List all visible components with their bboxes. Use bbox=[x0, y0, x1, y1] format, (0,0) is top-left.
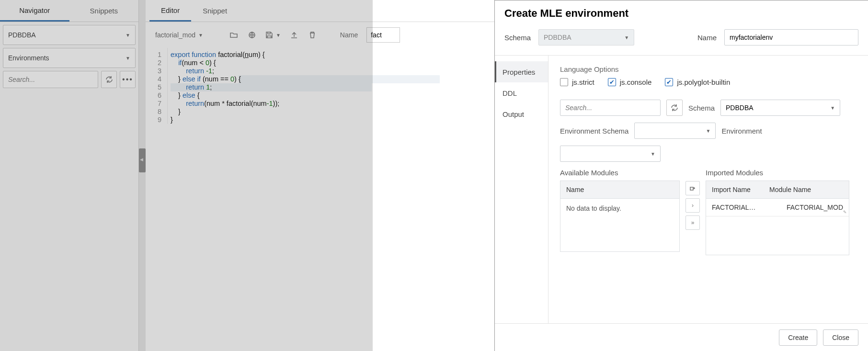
group-select[interactable]: Environments ▼ bbox=[3, 48, 136, 68]
module-refresh-button[interactable] bbox=[666, 100, 683, 116]
env-label: Environment bbox=[721, 127, 762, 135]
open-button[interactable] bbox=[229, 30, 239, 40]
trash-icon bbox=[308, 31, 316, 39]
imported-modules-label: Imported Modules bbox=[706, 169, 849, 177]
splitter[interactable] bbox=[139, 0, 146, 351]
shuttle-add-button[interactable] bbox=[685, 181, 700, 195]
name-label: Name bbox=[340, 31, 358, 39]
env-select[interactable]: ▼ bbox=[560, 146, 661, 162]
schema-select[interactable]: PDBDBA ▼ bbox=[3, 25, 136, 45]
tab-navigator[interactable]: Navigator bbox=[0, 0, 69, 22]
edit-icon: ✎ bbox=[843, 210, 847, 215]
gutter: 123456789 bbox=[146, 48, 168, 124]
col-import-name: Import Name bbox=[706, 181, 764, 198]
create-button[interactable]: Create bbox=[779, 329, 817, 346]
splitter-handle[interactable] bbox=[139, 148, 146, 172]
add-icon bbox=[689, 184, 697, 192]
close-button[interactable]: Close bbox=[823, 329, 858, 346]
save-icon bbox=[265, 31, 273, 39]
dialog-schema-value: PDBDBA bbox=[544, 34, 571, 41]
refresh-icon bbox=[671, 104, 678, 112]
chevron-down-icon: ▼ bbox=[830, 105, 835, 111]
tab-snippets[interactable]: Snippets bbox=[69, 0, 139, 22]
chevron-down-icon: ▼ bbox=[126, 56, 130, 61]
tab-ddl[interactable]: DDL bbox=[495, 82, 548, 103]
lang-options-label: Language Options bbox=[560, 65, 857, 73]
schema-label: Schema bbox=[504, 34, 531, 42]
cell-import-name: FACTORIAL_M... bbox=[706, 199, 764, 216]
checkbox-icon bbox=[560, 78, 568, 86]
more-icon: ••• bbox=[122, 75, 133, 84]
chevron-down-icon: ▼ bbox=[706, 128, 711, 134]
tab-properties[interactable]: Properties bbox=[495, 61, 548, 82]
tab-output[interactable]: Output bbox=[495, 103, 548, 125]
cell-module-name: FACTORIAL_MOD✎ bbox=[764, 199, 849, 216]
module-search-input[interactable] bbox=[560, 100, 661, 116]
globe-icon bbox=[248, 31, 256, 39]
env-schema-label: Environment Schema bbox=[560, 127, 628, 135]
file-name: factorial_mod bbox=[155, 31, 195, 39]
dialog-schema-select[interactable]: PDBDBA ▼ bbox=[538, 29, 634, 45]
save-button[interactable]: ▼ bbox=[265, 31, 281, 39]
col-module-name: Module Name bbox=[764, 181, 849, 198]
upload-icon bbox=[290, 31, 298, 39]
compile-button[interactable] bbox=[247, 30, 257, 40]
folder-icon bbox=[230, 31, 238, 39]
table-row[interactable]: FACTORIAL_M... FACTORIAL_MOD✎ bbox=[706, 199, 849, 216]
dialog-name-input[interactable] bbox=[724, 29, 858, 45]
tab-snippet[interactable]: Snippet bbox=[191, 0, 239, 22]
imported-modules-grid: Import Name Module Name FACTORIAL_M... F… bbox=[706, 181, 849, 255]
chevron-down-icon: ▼ bbox=[651, 151, 655, 157]
check-js-strict[interactable]: js.strict bbox=[560, 78, 594, 86]
checkbox-checked-icon: ✔ bbox=[608, 78, 616, 86]
search-input[interactable] bbox=[3, 71, 98, 88]
schema-select-value: PDBDBA bbox=[8, 31, 36, 39]
schema2-label: Schema bbox=[688, 104, 715, 112]
checkbox-checked-icon: ✔ bbox=[665, 78, 673, 86]
chevron-down-icon: ▼ bbox=[624, 35, 629, 40]
chevron-down-icon: ▼ bbox=[126, 33, 130, 38]
name-field[interactable] bbox=[366, 27, 400, 43]
available-empty: No data to display. bbox=[560, 199, 679, 251]
col-name: Name bbox=[560, 181, 679, 198]
code-body[interactable]: export function factorial(num) { if(num … bbox=[168, 48, 440, 124]
shuttle-right-all-button[interactable]: » bbox=[685, 215, 700, 230]
chevron-down-icon: ▼ bbox=[198, 33, 203, 38]
chevron-down-icon: ▼ bbox=[276, 33, 281, 38]
dialog-name-label: Name bbox=[697, 34, 717, 42]
schema2-select[interactable]: PDBDBA ▼ bbox=[720, 100, 840, 116]
upload-button[interactable] bbox=[289, 30, 299, 40]
check-js-console[interactable]: ✔ js.console bbox=[608, 78, 652, 86]
shuttle-right-button[interactable]: › bbox=[685, 198, 700, 213]
dialog-title: Create MLE environment bbox=[495, 0, 868, 24]
tab-editor[interactable]: Editor bbox=[149, 0, 191, 22]
check-js-polyglot[interactable]: ✔ js.polyglot-builtin bbox=[665, 78, 730, 86]
refresh-button[interactable] bbox=[101, 71, 117, 88]
delete-button[interactable] bbox=[308, 30, 317, 40]
file-picker[interactable]: factorial_mod ▼ bbox=[155, 31, 203, 39]
more-button[interactable]: ••• bbox=[120, 71, 136, 88]
available-modules-label: Available Modules bbox=[560, 169, 680, 177]
env-schema-select[interactable]: ▼ bbox=[634, 123, 716, 139]
create-mle-env-dialog: Create MLE environment Schema PDBDBA ▼ N… bbox=[494, 0, 868, 351]
group-select-value: Environments bbox=[8, 54, 49, 62]
available-modules-grid: Name No data to display. bbox=[560, 181, 680, 252]
refresh-icon bbox=[105, 76, 113, 83]
